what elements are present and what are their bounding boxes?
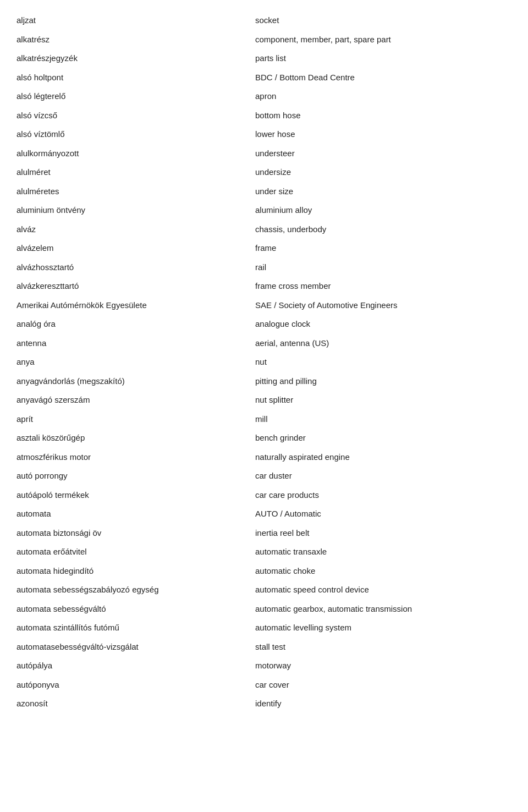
list-item: car cover bbox=[255, 676, 512, 695]
right-term: bench grinder bbox=[255, 432, 512, 445]
left-term: alvázelem bbox=[16, 242, 233, 255]
list-item: motorway bbox=[255, 656, 512, 676]
right-term: pitting and pilling bbox=[255, 375, 512, 388]
left-term: alsó vízcső bbox=[16, 109, 233, 122]
right-term: SAE / Society of Automotive Engineers bbox=[255, 299, 512, 312]
list-item: undersize bbox=[255, 163, 512, 182]
dictionary-container: aljzatalkatrészalkatrészjegyzékalsó holt… bbox=[16, 11, 512, 714]
right-term: aerial, antenna (US) bbox=[255, 337, 512, 350]
right-term: apron bbox=[255, 90, 512, 103]
right-term: naturally aspirated engine bbox=[255, 451, 512, 464]
left-term: autópálya bbox=[16, 660, 233, 672]
list-item: component, member, part, spare part bbox=[255, 30, 512, 50]
right-term: undersize bbox=[255, 166, 512, 179]
list-item: automatic choke bbox=[255, 562, 512, 581]
list-item: BDC / Bottom Dead Centre bbox=[255, 68, 512, 87]
list-item: automata bbox=[16, 504, 233, 524]
list-item: under size bbox=[255, 182, 512, 201]
list-item: alulméretes bbox=[16, 182, 233, 201]
list-item: automata sebességszabályozó egység bbox=[16, 580, 233, 600]
list-item: nut splitter bbox=[255, 391, 512, 410]
left-term: autóápoló termékek bbox=[16, 489, 233, 502]
right-term: nut splitter bbox=[255, 394, 512, 407]
right-term: AUTO / Automatic bbox=[255, 508, 512, 520]
list-item: autóponyva bbox=[16, 676, 233, 695]
left-term: alulméretes bbox=[16, 185, 233, 198]
list-item: autó porrongy bbox=[16, 467, 233, 486]
list-item: alvázelem bbox=[16, 239, 233, 258]
right-term: rail bbox=[255, 261, 512, 274]
left-term: asztali köszörűgép bbox=[16, 432, 233, 445]
list-item: parts list bbox=[255, 49, 512, 68]
list-item: nut bbox=[255, 353, 512, 372]
list-item: atmoszférikus motor bbox=[16, 448, 233, 467]
list-item: apron bbox=[255, 87, 512, 106]
right-term: aluminium alloy bbox=[255, 204, 512, 217]
list-item: azonosít bbox=[16, 694, 233, 714]
right-term: frame bbox=[255, 242, 512, 255]
list-item: bench grinder bbox=[255, 429, 512, 448]
list-item: SAE / Society of Automotive Engineers bbox=[255, 296, 512, 315]
list-item: aljzat bbox=[16, 11, 233, 30]
list-item: chassis, underbody bbox=[255, 220, 512, 239]
left-term: alváz bbox=[16, 223, 233, 236]
list-item: automata biztonsági öv bbox=[16, 524, 233, 543]
list-item: understeer bbox=[255, 144, 512, 163]
list-item: anyavágó szerszám bbox=[16, 391, 233, 410]
left-term: automatasebességváltó-vizsgálat bbox=[16, 641, 233, 654]
left-term: Amerikai Autómérnökök Egyesülete bbox=[16, 299, 233, 312]
left-term: aprít bbox=[16, 413, 233, 426]
list-item: automatic gearbox, automatic transmissio… bbox=[255, 600, 512, 619]
list-item: inertia reel belt bbox=[255, 524, 512, 543]
right-term: inertia reel belt bbox=[255, 527, 512, 540]
left-term: alsó holtpont bbox=[16, 72, 233, 84]
list-item: automatic transaxle bbox=[255, 542, 512, 562]
left-term: alkatrész bbox=[16, 34, 233, 46]
left-term: analóg óra bbox=[16, 318, 233, 331]
right-term: mill bbox=[255, 413, 512, 426]
left-term: automata szintállítós futómű bbox=[16, 622, 233, 634]
right-term: car duster bbox=[255, 470, 512, 482]
list-item: anyagvándorlás (megszakító) bbox=[16, 372, 233, 391]
left-term: alsó víztömlő bbox=[16, 128, 233, 141]
list-item: alvázkereszttartó bbox=[16, 277, 233, 296]
list-item: frame cross member bbox=[255, 277, 512, 296]
right-term: identify bbox=[255, 698, 512, 710]
list-item: alváz bbox=[16, 220, 233, 239]
left-term: anya bbox=[16, 356, 233, 369]
right-term: nut bbox=[255, 356, 512, 369]
right-term: automatic transaxle bbox=[255, 546, 512, 558]
right-term: motorway bbox=[255, 660, 512, 672]
left-term: automata hidegindító bbox=[16, 565, 233, 578]
list-item: alkatrész bbox=[16, 30, 233, 50]
right-term: parts list bbox=[255, 52, 512, 65]
left-term: alvázkereszttartó bbox=[16, 280, 233, 293]
list-item: mill bbox=[255, 410, 512, 429]
list-item: alkatrészjegyzék bbox=[16, 49, 233, 68]
list-item: naturally aspirated engine bbox=[255, 448, 512, 467]
right-column: socketcomponent, member, part, spare par… bbox=[244, 11, 512, 714]
list-item: alsó holtpont bbox=[16, 68, 233, 87]
list-item: lower hose bbox=[255, 125, 512, 144]
left-term: aljzat bbox=[16, 14, 233, 27]
list-item: analogue clock bbox=[255, 315, 512, 334]
left-term: aluminium öntvény bbox=[16, 204, 233, 217]
list-item: pitting and pilling bbox=[255, 372, 512, 391]
list-item: alulkormányozott bbox=[16, 144, 233, 163]
right-term: automatic gearbox, automatic transmissio… bbox=[255, 603, 512, 616]
list-item: socket bbox=[255, 11, 512, 30]
list-item: autópálya bbox=[16, 656, 233, 676]
list-item: alulméret bbox=[16, 163, 233, 182]
right-term: component, member, part, spare part bbox=[255, 34, 512, 46]
list-item: aprít bbox=[16, 410, 233, 429]
list-item: automatic speed control device bbox=[255, 580, 512, 600]
list-item: asztali köszörűgép bbox=[16, 429, 233, 448]
right-term: bottom hose bbox=[255, 109, 512, 122]
right-term: frame cross member bbox=[255, 280, 512, 293]
list-item: alsó légterelő bbox=[16, 87, 233, 106]
list-item: bottom hose bbox=[255, 106, 512, 125]
right-term: automatic choke bbox=[255, 565, 512, 578]
left-term: azonosít bbox=[16, 698, 233, 710]
left-term: automata erőátvitel bbox=[16, 546, 233, 558]
list-item: autóápoló termékek bbox=[16, 486, 233, 505]
